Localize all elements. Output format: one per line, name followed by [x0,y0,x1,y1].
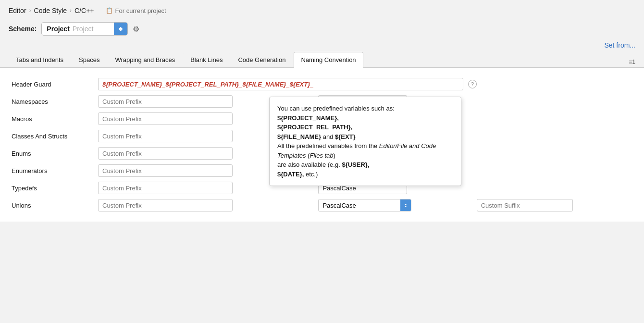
set-from-row: Set from... [0,41,644,52]
arrow-up-icon [119,27,123,29]
unions-suffix-cell [471,197,635,214]
tooltip-link[interactable]: Editor/File and Code Templates [277,142,436,159]
unions-style-arrows[interactable] [400,199,411,211]
typedefs-prefix-input[interactable] [98,182,233,194]
tooltip-popup: You can use predefined variables such as… [269,97,461,186]
tab-blank-lines[interactable]: Blank Lines [183,52,230,67]
tooltip-var4: ${EXT} [335,133,356,140]
arr-up-icon [404,204,407,205]
header-guard-row: Header Guard ? [9,75,635,93]
enums-label: Enums [9,145,95,162]
tooltip-var5: ${USER}, [342,161,369,168]
tab-naming-convention[interactable]: Naming Convention [294,52,363,68]
tooltip-files-tab: Files tab [310,152,333,159]
gear-button[interactable]: ⚙ [133,25,139,34]
unions-prefix-cell [95,197,315,214]
for-current-project: 📋 For current project [106,7,166,14]
macros-prefix-input[interactable] [98,112,233,125]
unions-style-select[interactable]: PascalCase [319,199,400,211]
enumerators-label: Enumerators [9,162,95,179]
tooltip-vars1: ${PROJECT_NAME}, ${PROJECT_REL_PATH}, ${… [277,113,453,142]
tooltip-var3: ${FILE_NAME} [277,133,321,140]
tooltip-line2: All the predefined variables from the Ed… [277,141,453,160]
tab-tabs-and-indents[interactable]: Tabs and Indents [9,52,71,67]
scheme-bold-text: Project [47,25,69,33]
tab-code-generation[interactable]: Code Generation [231,52,293,67]
scheme-select-text: Project Project [42,25,114,33]
main-content: Header Guard ? Namespaces [0,68,644,222]
enums-prefix-input[interactable] [98,147,233,160]
set-from-link[interactable]: Set from... [604,41,635,49]
tooltip-line1: You can use predefined variables such as… [277,104,453,113]
breadcrumb-cpp[interactable]: C/C++ [74,7,94,14]
scheme-dropdown-button[interactable] [114,22,127,36]
breadcrumb-sep-1: › [29,7,31,14]
classes-and-structs-label: Classes And Structs [9,127,95,145]
namespaces-label: Namespaces [9,93,95,110]
header-guard-cell: ? [95,75,635,93]
header-guard-input[interactable] [98,78,463,90]
macros-label: Macros [9,110,95,127]
tab-spaces[interactable]: Spaces [72,52,107,67]
breadcrumb-sep-2: › [70,7,72,14]
unions-label: Unions [9,197,95,214]
tooltip-and: and [323,133,334,140]
project-icon: 📋 [106,7,113,14]
tooltip-line3: are also available (e.g. ${USER},${DATE}… [277,160,453,179]
tooltip-var2: ${PROJECT_REL_PATH}, [277,124,352,131]
unions-prefix-input[interactable] [98,199,233,211]
arrow-down-icon [119,29,123,31]
tabs-overflow-button[interactable]: ≡1 [629,59,635,67]
scheme-label: Scheme: [9,25,37,33]
row-unions: Unions PascalCase [9,197,635,214]
breadcrumb: Editor › Code Style › C/C++ 📋 For curren… [0,0,644,19]
classes-prefix-input[interactable] [98,130,233,142]
scheme-row: Scheme: Project Project ⚙ [0,19,644,41]
unions-style-select-wrapper[interactable]: PascalCase [318,199,411,211]
breadcrumb-code-style[interactable]: Code Style [34,7,67,14]
typedefs-label: Typedefs [9,179,95,197]
scheme-placeholder: Project [73,25,94,33]
unions-suffix-input[interactable] [477,199,573,211]
unions-style-cell: PascalCase [315,197,471,214]
tab-wrapping-and-braces[interactable]: Wrapping and Braces [108,52,182,67]
arr-down-icon [404,206,407,207]
enumerators-prefix-input[interactable] [98,164,233,177]
tooltip-var1: ${PROJECT_NAME}, [277,114,339,122]
header-guard-label: Header Guard [9,75,95,93]
tooltip-var6: ${DATE}, [277,171,304,178]
for-project-label: For current project [115,7,166,14]
tabs-overflow-label: ≡1 [629,59,635,65]
namespaces-prefix-input[interactable] [98,95,233,108]
tabs-bar: Tabs and Indents Spaces Wrapping and Bra… [0,52,644,68]
breadcrumb-editor[interactable]: Editor [9,7,26,14]
scheme-select-wrapper[interactable]: Project Project [41,22,128,36]
help-icon[interactable]: ? [468,80,477,88]
